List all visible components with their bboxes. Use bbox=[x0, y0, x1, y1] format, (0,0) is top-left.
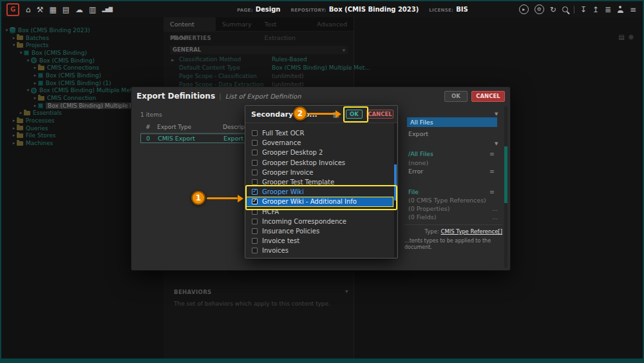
database-icon[interactable]: ≣ bbox=[605, 6, 611, 14]
secondary-types-list: Full Text OCRGovernanceGrooper Desktop 2… bbox=[245, 123, 393, 258]
option-label: Invoice test bbox=[262, 237, 299, 244]
dialog-header: Export Definitions | List of Export Defi… bbox=[131, 87, 510, 105]
upload-icon[interactable]: ↥ bbox=[592, 6, 599, 14]
page-indicator: PAGE: Design bbox=[237, 6, 280, 13]
column-number: # bbox=[146, 123, 151, 132]
checkbox-unchecked[interactable] bbox=[252, 238, 258, 244]
option-label: Grooper Desktop Invoices bbox=[262, 159, 345, 166]
checkbox-unchecked[interactable] bbox=[252, 170, 258, 175]
repository-value: Box (CMIS Binding 2023) bbox=[329, 6, 419, 13]
repository-label: REPOSITORY: bbox=[290, 8, 326, 13]
menu-icon[interactable]: ≡ bbox=[489, 188, 495, 195]
type-value-link[interactable]: CMIS Type Reference[] bbox=[440, 228, 502, 235]
secondary-type-option[interactable]: HCFA bbox=[245, 207, 393, 217]
option-label: Invoices bbox=[262, 247, 289, 254]
application-window: G ⌂⚒▦▤☁▥▂▅▇ PAGE: Design REPOSITORY: Box… bbox=[0, 0, 644, 363]
properties-value: (0 Properties) bbox=[408, 205, 450, 212]
panel-description: ...tents types to be applied to the docu… bbox=[404, 238, 504, 251]
menu-icon[interactable]: ≡ bbox=[489, 150, 495, 157]
checkbox-checked[interactable] bbox=[252, 189, 258, 195]
scrollbar-thumb[interactable] bbox=[394, 164, 397, 201]
checkbox-unchecked[interactable] bbox=[252, 228, 258, 234]
option-label: HCFA bbox=[262, 208, 279, 215]
secondary-type-option[interactable]: Invoices bbox=[245, 246, 393, 255]
ellipsis-button[interactable]: ... bbox=[492, 205, 498, 212]
collapse-icon[interactable]: ▼ bbox=[495, 112, 498, 117]
secondary-type-option[interactable]: Full Text OCR bbox=[245, 128, 393, 138]
checkbox-unchecked[interactable] bbox=[252, 160, 258, 166]
user-icon[interactable] bbox=[617, 6, 624, 13]
refresh-icon[interactable]: ↻ bbox=[550, 6, 556, 14]
checkbox-unchecked[interactable] bbox=[252, 248, 258, 253]
search-icon[interactable] bbox=[562, 6, 568, 12]
selected-content-type[interactable]: All Files bbox=[407, 117, 497, 127]
option-label: Grooper Wiki bbox=[262, 188, 304, 195]
tools-icon[interactable]: ⚒ bbox=[37, 6, 44, 14]
file-label: File bbox=[408, 188, 419, 195]
option-label: Grooper Desktop 2 bbox=[262, 149, 323, 156]
secondary-type-option[interactable]: Grooper Desktop Invoices bbox=[245, 158, 393, 168]
secondary-type-option[interactable]: Governance bbox=[245, 138, 393, 148]
secondary-type-option[interactable]: Incoming Correspondence bbox=[245, 217, 393, 226]
dialog-cancel-button[interactable]: CANCEL bbox=[471, 91, 505, 102]
popup-cancel-button[interactable]: CANCEL bbox=[366, 110, 393, 119]
toolbar-info: PAGE: Design REPOSITORY: Box (CMIS Bindi… bbox=[237, 1, 468, 17]
step-2-badge: 2 bbox=[293, 106, 307, 121]
scrollbar-thumb[interactable] bbox=[504, 146, 507, 203]
chart-icon[interactable]: ▂▅▇ bbox=[102, 7, 111, 12]
path-value[interactable]: /All Files bbox=[408, 150, 433, 157]
popup-title: Secondary Typ... bbox=[251, 110, 329, 119]
secondary-types-popup: Secondary Typ... ▦ OK CANCEL Full Text O… bbox=[245, 105, 398, 259]
export-label: Export bbox=[408, 130, 428, 137]
home-icon[interactable]: ⌂ bbox=[26, 6, 31, 14]
toolbar-left-icons: ⌂⚒▦▤☁▥▂▅▇ bbox=[26, 6, 112, 14]
error-label: Error bbox=[408, 168, 423, 175]
dialog-scrollbar[interactable] bbox=[504, 106, 507, 268]
grid-view-icon[interactable]: ▦ bbox=[333, 110, 339, 119]
checkbox-unchecked[interactable] bbox=[252, 140, 258, 146]
title-separator: | bbox=[219, 92, 222, 101]
download-icon[interactable]: ↧ bbox=[580, 6, 587, 14]
menu-icon[interactable]: ≡ bbox=[630, 6, 636, 14]
popup-scrollbar[interactable] bbox=[394, 123, 397, 257]
grid-icon[interactable]: ▦ bbox=[49, 6, 56, 14]
option-label: Full Text OCR bbox=[262, 130, 304, 137]
checkbox-unchecked[interactable] bbox=[252, 219, 258, 224]
servers-icon[interactable]: ▥ bbox=[89, 6, 96, 14]
menu-icon[interactable]: ≡ bbox=[489, 168, 495, 175]
license-indicator: LICENSE: BIS bbox=[429, 6, 468, 13]
checkbox-checked[interactable] bbox=[252, 199, 258, 204]
page-value: Design bbox=[256, 6, 281, 13]
option-label: Grooper Test Template bbox=[262, 179, 334, 186]
checkbox-unchecked[interactable] bbox=[252, 179, 258, 185]
dialog-ok-button[interactable]: OK bbox=[444, 91, 468, 102]
license-label: LICENSE: bbox=[429, 8, 453, 13]
cloud-icon[interactable]: ☁ bbox=[75, 6, 83, 14]
popup-ok-button[interactable]: OK bbox=[346, 110, 363, 119]
option-label: Incoming Correspondence bbox=[262, 218, 346, 225]
ellipsis-button[interactable]: ... bbox=[492, 213, 498, 221]
checkbox-unchecked[interactable] bbox=[252, 150, 258, 155]
secondary-type-option[interactable]: Grooper Test Template bbox=[245, 177, 393, 187]
secondary-type-option[interactable]: Grooper Wiki - Additional Info bbox=[245, 197, 393, 206]
type-reference: Type: CMIS Type Reference[] bbox=[404, 228, 502, 235]
checkbox-unchecked[interactable] bbox=[252, 130, 258, 136]
secondary-type-option[interactable]: Grooper Invoice bbox=[245, 168, 393, 177]
column-export-type: Export Type bbox=[157, 123, 191, 132]
gear-circle-icon[interactable]: ⚙ bbox=[535, 5, 544, 14]
secondary-type-option[interactable]: Invoice test bbox=[245, 236, 393, 246]
secondary-type-option[interactable]: Grooper Desktop 2 bbox=[245, 148, 393, 157]
checkbox-unchecked[interactable] bbox=[252, 209, 258, 215]
grooper-logo: G bbox=[6, 3, 19, 16]
collapse-icon[interactable]: ▼ bbox=[495, 141, 498, 146]
panel-divider bbox=[404, 224, 502, 225]
dialog-title: Export Definitions bbox=[137, 92, 215, 101]
secondary-type-option[interactable]: Insurance Policies bbox=[245, 226, 393, 236]
option-label: Grooper Invoice bbox=[262, 169, 313, 176]
option-label: Governance bbox=[262, 139, 301, 146]
page-label: PAGE: bbox=[237, 8, 253, 13]
save-icon[interactable]: ▤ bbox=[62, 6, 70, 14]
play-circle-icon[interactable]: ▸ bbox=[519, 5, 529, 14]
fields-value: (0 Fields) bbox=[408, 213, 436, 221]
secondary-type-option[interactable]: Grooper Wiki bbox=[245, 187, 393, 197]
